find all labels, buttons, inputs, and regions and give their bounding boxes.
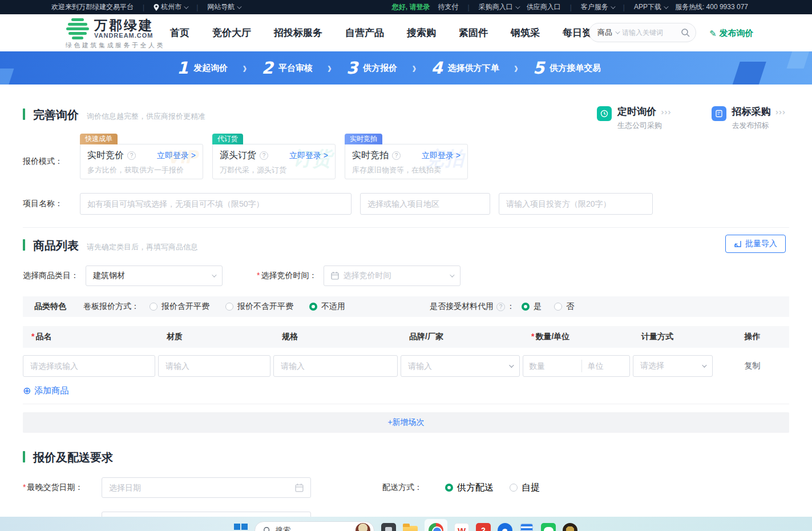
add-product-link[interactable]: ⊕ 添加商品	[23, 385, 68, 397]
city-selector[interactable]: 杭州市	[153, 2, 187, 12]
nav-fasteners[interactable]: 紧固件	[459, 26, 488, 39]
search-input[interactable]: 请输入关键词	[622, 28, 681, 38]
goods-title: 商品列表	[33, 238, 79, 254]
radio-with-flatten-fee[interactable]: 报价含开平费	[150, 301, 209, 312]
project-name-input[interactable]	[87, 199, 344, 208]
nav-home[interactable]: 首页	[170, 26, 189, 39]
copy-row-link[interactable]: 复制	[716, 361, 789, 371]
windows-start-button[interactable]	[234, 524, 248, 531]
login-link[interactable]: 您好, 请登录	[392, 2, 430, 12]
step-1: 1 发起询价	[177, 58, 228, 78]
product-name-field[interactable]	[23, 355, 155, 377]
product-table-header: *品名 材质 规格 品牌/厂家 *数量/单位 计量方式 操作	[23, 326, 789, 348]
nav-steel-procure[interactable]: 钢筑采	[511, 26, 540, 39]
unit-input[interactable]	[582, 361, 629, 371]
quantity-unit-field[interactable]	[523, 355, 630, 377]
process-steps: 1 发起询价 › 2 平台审核 › 3 供方报价 › 4 选择供方下单 › 5 …	[177, 51, 601, 85]
mode-card-realtime-bidding[interactable]: 快速成单 VIP 实时竞价 ? 立即登录 > 多方比价，获取供方一手报价	[80, 144, 203, 179]
nav-self-products[interactable]: 自营产品	[345, 26, 384, 39]
taskbar-icon-game[interactable]	[563, 523, 577, 531]
batch-import-button[interactable]: 批量导入	[725, 235, 786, 253]
divider	[23, 404, 789, 404]
project-investor-input[interactable]	[506, 199, 645, 208]
receive-area-field[interactable]	[102, 512, 311, 517]
customer-service-menu[interactable]: 客户服务	[581, 2, 614, 12]
brand-select[interactable]	[401, 355, 520, 377]
radio-supplier-delivery[interactable]: 供方配送	[445, 482, 494, 494]
radio-substitute-no[interactable]: 否	[554, 301, 574, 312]
site-nav-menu[interactable]: 网站导航	[207, 2, 240, 12]
tender-procurement-shortcut[interactable]: 招标采购 ››› 去发布招标	[712, 105, 786, 131]
taskbar-icon-photos[interactable]	[381, 523, 396, 531]
login-now-link[interactable]: 立即登录 >	[289, 151, 328, 161]
step-arrow-icon: ›	[412, 59, 416, 78]
striped-doc-icon	[520, 524, 533, 531]
search-category-select[interactable]: 商品	[597, 27, 612, 38]
mode-card-realtime-auction[interactable]: 实时竞拍 竞拍 实时竞拍 ? 立即登录 > 库存废旧物资等，在线拍卖	[345, 144, 468, 179]
radio-self-pickup[interactable]: 自提	[510, 482, 540, 494]
search-highlight-image[interactable]	[355, 523, 370, 531]
mode-badge: 快速成单	[80, 134, 118, 144]
date-input[interactable]	[109, 483, 295, 492]
radio-substitute-yes[interactable]: 是	[522, 301, 542, 312]
col-name: *品名	[23, 332, 158, 342]
buyer-portal-menu[interactable]: 采购商入口	[479, 2, 519, 12]
logo-icon	[66, 18, 90, 39]
material-field[interactable]	[158, 355, 270, 377]
pending-payment-link[interactable]: 待支付	[438, 2, 459, 12]
taskbar-icon-chrome-active[interactable]	[425, 519, 447, 531]
taskbar-icon-wechat[interactable]	[541, 523, 556, 531]
project-region-field[interactable]	[360, 193, 490, 215]
taskbar-icon-red-app[interactable]: 2	[476, 523, 491, 531]
taskbar-icon-file-explorer[interactable]	[403, 523, 418, 531]
divider	[23, 227, 789, 228]
goods-subtitle: 请先确定类目后，再填写商品信息	[87, 242, 198, 252]
material-input[interactable]	[165, 361, 263, 371]
taskbar-icon-notes[interactable]	[519, 523, 534, 531]
taskbar-search-box[interactable]: 搜索	[254, 521, 374, 531]
search-icon[interactable]	[681, 28, 690, 37]
timed-inquiry-shortcut[interactable]: 定时询价 ››› 生态公司采购	[597, 105, 671, 131]
publish-inquiry-button[interactable]: ✎ 发布询价	[709, 28, 754, 39]
login-now-link[interactable]: 立即登录 >	[422, 151, 460, 161]
login-now-link[interactable]: 立即登录 >	[157, 151, 196, 161]
logo[interactable]: 万郡绿建 VANDREAM.COM 绿色建筑集成服务于全人类	[66, 18, 165, 50]
help-icon[interactable]: ?	[260, 151, 268, 160]
nav-bidding-hall[interactable]: 竞价大厅	[212, 26, 251, 39]
delivery-method-label: 配送方式：	[382, 482, 445, 493]
taskbar-icon-blue-app[interactable]	[498, 523, 512, 531]
app-download-menu[interactable]: APP下载	[634, 2, 667, 12]
help-icon[interactable]: ?	[127, 151, 136, 160]
help-icon[interactable]: ?	[496, 303, 505, 311]
project-name-field[interactable]	[80, 193, 352, 215]
nav-search-buy[interactable]: 搜索购	[407, 26, 436, 39]
spec-field[interactable]	[273, 355, 398, 377]
project-label: 项目名称：	[23, 199, 80, 209]
bid-time-select[interactable]: 选择竞价时间	[324, 266, 460, 286]
category-select[interactable]: 建筑钢材	[86, 266, 223, 286]
add-session-button[interactable]: +新增场次	[23, 412, 789, 433]
radio-selected-icon	[522, 303, 530, 311]
measure-select[interactable]: 请选择	[633, 355, 713, 377]
project-investor-field[interactable]	[499, 193, 653, 215]
radio-without-flatten-fee[interactable]: 报价不含开平费	[225, 301, 293, 312]
project-region-input[interactable]	[367, 199, 483, 208]
logo-slogan: 绿色建筑集成服务于全人类	[66, 41, 165, 50]
nav-tender-service[interactable]: 招投标服务	[274, 26, 322, 39]
quantity-input[interactable]	[523, 361, 581, 371]
spec-input[interactable]	[281, 361, 390, 371]
mode-card-source-order[interactable]: 代订货 订货 源头订货 ? 立即登录 > 万郡代采，源头订货	[212, 144, 336, 179]
help-icon[interactable]: ?	[392, 151, 401, 160]
header-search[interactable]: 商品 请输入关键词	[589, 23, 696, 42]
supplier-portal-link[interactable]: 供应商入口	[527, 2, 561, 12]
latest-date-field[interactable]	[102, 477, 311, 498]
radio-not-applicable[interactable]: 不适用	[309, 301, 345, 312]
chevron-down-icon	[212, 272, 216, 277]
mode-badge: 实时竞拍	[345, 134, 382, 144]
separator: |	[468, 3, 470, 11]
brand-input[interactable]	[408, 361, 507, 371]
process-banner: 1 发起询价 › 2 平台审核 › 3 供方报价 › 4 选择供方下单 › 5 …	[0, 51, 812, 85]
taskbar-icon-wps[interactable]: W	[454, 523, 469, 531]
product-name-input[interactable]	[30, 361, 148, 371]
triple-arrow-icon: ›››	[775, 107, 786, 116]
